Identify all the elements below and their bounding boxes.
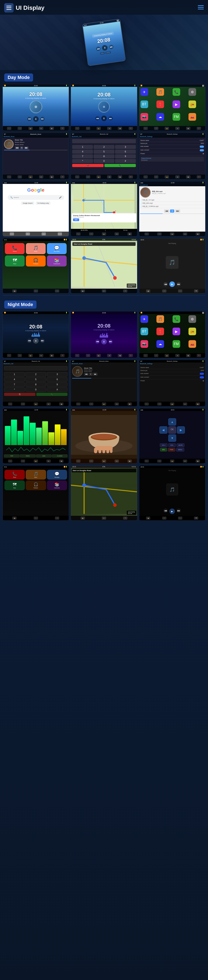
n-cp-audio[interactable]: 📚 Audiobooks (47, 480, 67, 490)
n-play-2[interactable]: ⏸ (101, 339, 107, 344)
nav-social-3[interactable]: 📻 (170, 232, 174, 235)
social-play[interactable]: ⏸ (170, 210, 174, 213)
n-cpplay-2[interactable]: 🎵 (162, 517, 166, 520)
n-nav-set-3[interactable]: 📻 (170, 402, 174, 406)
n-prev-1[interactable]: ◀◀ (27, 339, 32, 343)
eq-btn-3[interactable]: JAZZ (36, 455, 52, 457)
nav-g-2[interactable]: ⟳ (26, 232, 30, 235)
n-cp-podcast[interactable]: 🎧 Podcasts (26, 480, 46, 490)
n-nav-ctrl-4[interactable]: ⚙ (183, 460, 187, 463)
app-icon-bt[interactable]: BT (140, 100, 148, 108)
nav-bt-5[interactable]: 🏠 (50, 175, 54, 178)
nav-icon-3c[interactable]: 📻 (165, 127, 169, 130)
n-next-1[interactable]: ▶▶ (40, 339, 44, 343)
dir-left[interactable]: ◀ (159, 426, 167, 434)
prev-btn[interactable]: ◀◀ (96, 46, 101, 51)
n-nav-music-5[interactable]: 🏠 (128, 402, 132, 406)
nav-bt-4[interactable]: ⚙ (39, 175, 43, 178)
n-app-maps[interactable]: 📍 (156, 328, 164, 335)
cp-media-controls[interactable]: ◀◀ ▶ ▶▶ (141, 282, 203, 287)
auto-connect-toggle[interactable] (200, 149, 204, 151)
prev-1[interactable]: ◀◀ (27, 117, 32, 121)
n-nav-cam-1[interactable]: 📞 (76, 460, 80, 463)
nav-call-5[interactable]: 🏠 (118, 175, 122, 178)
numpad-1[interactable]: 1 (72, 145, 93, 149)
mc-next[interactable]: ▶▶ (24, 146, 28, 149)
n-nav-1e[interactable]: 🏠 (50, 354, 54, 357)
n-auto-answer-toggle[interactable] (200, 373, 204, 375)
carplay-messages[interactable]: 💬 Messages (47, 243, 67, 254)
n-nav-music-2[interactable]: 🎵 (89, 402, 93, 406)
media-controls-1[interactable]: ◀◀ ⏸ ▶▶ (27, 116, 44, 122)
n-cp-nav-phone[interactable]: 📞 (34, 517, 38, 520)
n-app-weather[interactable]: ☁ (156, 340, 164, 348)
nav-social-5[interactable]: 🏠 (196, 232, 200, 235)
cp-next[interactable]: ▶▶ (176, 282, 181, 286)
nav-s-2[interactable]: 🎵 (154, 175, 158, 178)
n-nav-2b[interactable]: 🎵 (86, 354, 90, 357)
n-nav-ctrl-5[interactable]: 🏠 (196, 460, 200, 463)
nav-dial-1[interactable]: 📞 (7, 127, 11, 130)
n-numpad[interactable]: 1 2 3 4 5 6 7 8 9 * 0 # (4, 372, 68, 392)
n-nav-2c[interactable]: 📻 (96, 354, 101, 357)
nav-cpp-4[interactable]: 🗺 (194, 290, 198, 293)
n-nav-3a[interactable]: 📞 (143, 354, 148, 357)
n-cp-nav-home[interactable]: 🏠 (12, 517, 17, 520)
n-nav-3e[interactable]: 🏠 (186, 354, 191, 357)
prev-2[interactable]: ◀◀ (95, 116, 99, 121)
n-start-call[interactable]: 📞 (36, 393, 68, 396)
n-nav-call-4[interactable]: ⚙ (46, 402, 51, 406)
n-app-bt[interactable]: BT (140, 328, 148, 335)
n-cp-music[interactable]: 🎵 Music (26, 470, 46, 480)
nav-s-1[interactable]: 📞 (143, 175, 148, 178)
n-nav-music-3[interactable]: 📻 (102, 402, 106, 406)
app-icon-maps[interactable]: 📍 (156, 100, 164, 108)
nav-maps-1[interactable]: 📍 (60, 127, 65, 130)
carplay-music[interactable]: 🎵 Music (26, 243, 46, 254)
n-nav-1f[interactable]: 📍 (60, 354, 65, 357)
n-app-telegram[interactable]: ✈ (140, 315, 148, 323)
app-icon-weather[interactable]: ☁ (156, 113, 164, 121)
n-cp-maps[interactable]: 🗺 Maps (5, 480, 25, 490)
n-nav-eq-4[interactable]: ⚙ (46, 460, 51, 463)
social-next[interactable]: ▶▶ (175, 210, 180, 213)
nav-call-3[interactable]: 📻 (96, 175, 101, 178)
n-numpad-2[interactable]: 2 (25, 372, 46, 377)
nav-map-4[interactable]: ⚙ (115, 232, 119, 235)
src-btn[interactable]: SRC (160, 448, 167, 452)
app-icon-fm[interactable]: FM (173, 113, 180, 121)
play-2[interactable]: ⏸ (101, 116, 107, 121)
nav-icon-3b[interactable]: 🎵 (154, 127, 158, 130)
n-app-car[interactable]: 🚗 (189, 340, 196, 348)
n-cpplay-3[interactable]: 📞 (178, 517, 182, 520)
numpad-7[interactable]: 7 (72, 154, 93, 158)
play-btn[interactable]: ⏸ (102, 45, 108, 51)
n-cp-prev[interactable]: ◀◀ (164, 509, 168, 513)
n-cp-messages[interactable]: 💬 Messages (47, 470, 67, 480)
google-search-btn[interactable]: Google Search (21, 202, 35, 205)
n-auto-connect-toggle[interactable] (200, 376, 204, 379)
direction-pad[interactable]: ▲ ◀ OK ▶ ▼ (159, 418, 185, 442)
nav-icon-3d[interactable]: ⚙ (175, 127, 180, 130)
n-nav-cam-4[interactable]: ⚙ (115, 460, 119, 463)
nav-call-6[interactable]: 📍 (129, 175, 133, 178)
app-icon-settings[interactable]: ⚙ (189, 88, 196, 96)
n-nav-call-2[interactable]: 🎵 (21, 402, 25, 406)
nav-s-4[interactable]: ⚙ (175, 175, 180, 178)
nav-radio-2[interactable]: 📻 (96, 127, 101, 130)
nav-s-6[interactable]: 📍 (197, 175, 201, 178)
n-cp-play[interactable]: ▶ (169, 509, 175, 514)
n-nav-set-5[interactable]: 🏠 (196, 402, 200, 406)
nav-home-1[interactable]: 🏠 (50, 127, 54, 130)
n-numpad-6[interactable]: 6 (47, 377, 68, 382)
social-controls[interactable]: ◀◀ ⏸ ▶▶ (140, 210, 204, 213)
nav-icon-3a[interactable]: 📞 (143, 127, 148, 130)
nav-cpmap-1[interactable]: 🏠 (80, 290, 85, 293)
nav-map-3[interactable]: 📻 (102, 232, 106, 235)
nav-map-1[interactable]: 📞 (76, 232, 80, 235)
nav-cpp-1[interactable]: 🏠 (146, 290, 150, 293)
eq-btn-1[interactable]: POP (4, 455, 19, 457)
nav-music-2[interactable]: 🎵 (86, 127, 90, 130)
numpad-3[interactable]: 3 (115, 145, 136, 149)
n-cpplay-1[interactable]: 🏠 (146, 517, 150, 520)
